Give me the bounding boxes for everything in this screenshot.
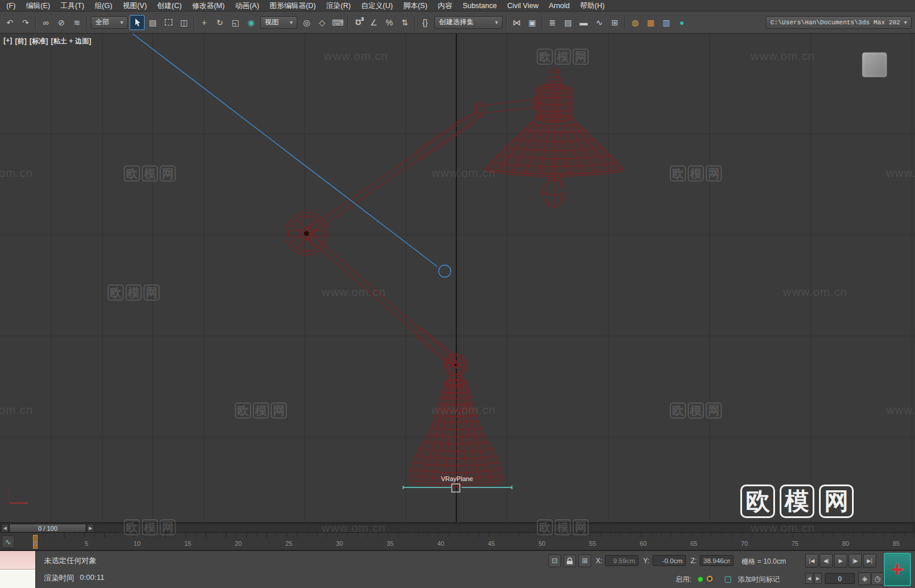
- undo-button[interactable]: ↶: [2, 15, 17, 30]
- next-frame-button[interactable]: |▶: [848, 554, 862, 568]
- menu-item-9[interactable]: 渲染(R): [321, 0, 356, 12]
- render-time: 渲染时间 0:00:11: [44, 573, 104, 583]
- time-slider[interactable]: ◀ 0 / 100 ▶: [0, 522, 915, 533]
- named-selection-sets-button[interactable]: {}: [418, 15, 433, 30]
- rectangular-selection-region-button[interactable]: [161, 15, 176, 30]
- menu-item-12[interactable]: 内容: [433, 0, 457, 12]
- select-object-button[interactable]: [130, 15, 145, 30]
- menu-item-10[interactable]: 自定义(U): [356, 0, 398, 12]
- ribbon-toggle-icon: ▬: [580, 19, 588, 27]
- viewport-front[interactable]: [+] [前] [标准] [粘土 + 边面] VRayPlane: [0, 34, 915, 522]
- menu-item-5[interactable]: 创建(C): [152, 0, 187, 12]
- keyboard-shortcut-override-toggle[interactable]: ⌨: [330, 15, 345, 30]
- big-plus-button[interactable]: +: [884, 553, 911, 586]
- window-crossing-toggle[interactable]: ◫: [176, 15, 191, 30]
- viewport-scene[interactable]: [0, 34, 915, 522]
- time-configuration-button[interactable]: ◷: [871, 572, 884, 585]
- frame-number-field[interactable]: [825, 573, 855, 584]
- menu-item-2[interactable]: 工具(T): [56, 0, 90, 12]
- bind-to-space-warp-button-icon: ≋: [73, 19, 80, 27]
- spinner-snap-toggle[interactable]: ⇅: [397, 15, 412, 30]
- listener-script-pane[interactable]: [0, 569, 35, 588]
- viewport-menu-plus[interactable]: [+]: [3, 36, 12, 46]
- menu-item-0[interactable]: (F): [1, 0, 21, 12]
- time-slider-track[interactable]: [1, 524, 914, 532]
- lamp-wireframe[interactable]: [285, 69, 624, 487]
- time-slider-handle[interactable]: 0 / 100: [9, 524, 86, 532]
- snaps-toggle[interactable]: Ω3: [350, 15, 366, 30]
- layer-explorer-toggle[interactable]: ▤: [560, 15, 575, 30]
- goto-end-button[interactable]: ▶|: [863, 554, 876, 568]
- named-selection-dropdown[interactable]: 创建选择集▾: [434, 16, 503, 29]
- maxscript-mini-listener[interactable]: [0, 551, 36, 588]
- trackbar[interactable]: ∿ 0510152025303540455055606570758085: [0, 533, 915, 550]
- render-production-button[interactable]: ●: [674, 15, 689, 30]
- align-button[interactable]: ▣: [525, 15, 540, 30]
- angle-snap-toggle-icon: ∠: [370, 19, 378, 27]
- percent-snap-toggle-icon: %: [386, 19, 393, 27]
- y-coordinate-field[interactable]: [652, 555, 686, 566]
- goto-start-button[interactable]: |◀: [805, 554, 818, 568]
- select-and-place-button[interactable]: ◉: [243, 15, 259, 30]
- menu-item-8[interactable]: 图形编辑器(D): [264, 0, 321, 12]
- play-button[interactable]: ▶: [834, 554, 847, 568]
- frame-forward-button[interactable]: ▶: [814, 573, 822, 584]
- select-and-rotate-button[interactable]: ↻: [212, 15, 227, 30]
- use-pivot-center-button[interactable]: ◎: [299, 15, 314, 30]
- menu-item-11[interactable]: 脚本(S): [398, 0, 433, 12]
- viewport-shading-menu[interactable]: [粘土 + 边面]: [51, 36, 91, 46]
- spinner-snap-toggle-icon: ⇅: [401, 19, 408, 27]
- scene-explorer-toggle[interactable]: ≣: [545, 15, 560, 30]
- project-path-dropdown[interactable]: C:\Users\Han\Documents\3ds Max 2022▾: [766, 16, 912, 29]
- mirror-button[interactable]: ⋈: [509, 15, 524, 30]
- menu-item-6[interactable]: 修改器(M): [187, 0, 230, 12]
- previous-frame-button[interactable]: ◀|: [820, 554, 833, 568]
- menu-item-15[interactable]: Arnold: [544, 0, 575, 12]
- named-selection-sets-button-icon: {}: [422, 19, 427, 27]
- frame-forward-icon: ▶: [816, 576, 820, 581]
- key-mode-toggle[interactable]: ◈: [858, 572, 871, 585]
- redo-button[interactable]: ↷: [18, 15, 33, 30]
- z-coordinate-field[interactable]: [700, 555, 733, 566]
- time-slider-next-button[interactable]: ▶: [87, 524, 94, 532]
- menu-item-3[interactable]: 组(G): [90, 0, 118, 12]
- lock-selection-toggle[interactable]: [563, 554, 576, 567]
- viewport-view-menu[interactable]: [前]: [15, 36, 27, 46]
- percent-snap-toggle[interactable]: %: [382, 15, 397, 30]
- select-and-manipulate-button[interactable]: ◇: [315, 15, 330, 30]
- bind-to-space-warp-button[interactable]: ≋: [69, 15, 84, 30]
- reference-coordinate-dropdown[interactable]: 视图▾: [260, 16, 297, 29]
- select-by-name-button[interactable]: ▤: [145, 15, 160, 30]
- unlink-selection-button[interactable]: ⊘: [54, 15, 69, 30]
- add-time-tag-button[interactable]: 添加时间标记: [738, 575, 780, 585]
- x-coordinate-field[interactable]: [605, 555, 639, 566]
- time-slider-prev-button[interactable]: ◀: [1, 524, 9, 532]
- menu-item-14[interactable]: Civil View: [502, 0, 544, 12]
- select-by-name-button-icon: ▤: [149, 19, 156, 27]
- rendered-frame-window-button[interactable]: ▥: [659, 15, 674, 30]
- menu-item-4[interactable]: 视图(V): [117, 0, 152, 12]
- menu-item-1[interactable]: 编辑(E): [21, 0, 56, 12]
- select-and-scale-button[interactable]: ◱: [228, 15, 243, 30]
- render-setup-button[interactable]: ▦: [643, 15, 658, 30]
- listener-macro-pane[interactable]: [0, 551, 35, 569]
- select-and-move-button[interactable]: +: [197, 15, 212, 30]
- toolbar-separator: [542, 16, 543, 29]
- absolute-mode-toggle[interactable]: ⊞: [578, 554, 591, 567]
- curve-editor-button[interactable]: ∿: [592, 15, 607, 30]
- viewcube[interactable]: [862, 52, 887, 77]
- ribbon-toggle[interactable]: ▬: [576, 15, 591, 30]
- select-and-link-button[interactable]: ∞: [38, 15, 53, 30]
- goto-start-icon: |◀: [809, 558, 814, 564]
- cube-icon[interactable]: ▢: [724, 574, 732, 583]
- material-editor-button[interactable]: ◍: [628, 15, 643, 30]
- menu-item-7[interactable]: 动画(A): [230, 0, 264, 12]
- frame-back-button[interactable]: ◀: [805, 573, 813, 584]
- selection-filter-dropdown[interactable]: 全部▾: [91, 16, 128, 29]
- schematic-view-button[interactable]: ⊞: [607, 15, 622, 30]
- menu-item-16[interactable]: 帮助(H): [575, 0, 610, 12]
- angle-snap-toggle[interactable]: ∠: [366, 15, 381, 30]
- menu-item-13[interactable]: Substance: [457, 0, 502, 12]
- isolate-selection-toggle[interactable]: ⊡: [548, 554, 561, 567]
- viewport-standard-menu[interactable]: [标准]: [29, 36, 48, 46]
